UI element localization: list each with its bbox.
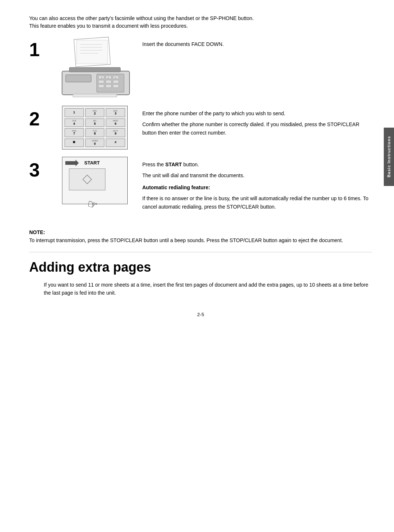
keypad-key: DEF3 [106, 108, 125, 117]
svg-rect-1 [77, 40, 108, 64]
svg-rect-16 [98, 85, 104, 88]
page: Basic Instructions You can also access t… [0, 0, 394, 339]
svg-rect-14 [106, 80, 111, 83]
svg-rect-15 [113, 80, 119, 83]
start-btn-area [69, 168, 105, 190]
adding-pages-title: Adding extra pages [29, 260, 372, 275]
keypad-key: OPER0 [85, 139, 105, 147]
step-2-row: 2 1ABC2DEF3GHI4JKL5MNO6PRS7TUV8WXY9✱OPER… [29, 106, 372, 149]
step-2-left: 2 1ABC2DEF3GHI4JKL5MNO6PRS7TUV8WXY9✱OPER… [29, 106, 142, 149]
keypad-row: PRS7TUV8WXY9 [65, 128, 125, 137]
intro-line1: You can also access the other party's fa… [29, 15, 372, 22]
intro-section: You can also access the other party's fa… [29, 15, 372, 30]
step-3-image: START ☞ [51, 157, 139, 204]
start-label-row: START [65, 160, 100, 166]
keypad-key: JKL5 [85, 119, 105, 127]
svg-rect-22 [73, 94, 117, 97]
keypad-key: ABC2 [85, 108, 105, 117]
keypad-key: WXY9 [106, 128, 125, 137]
step-1-image: 1 2 3 [51, 36, 139, 98]
sidebar-tab-label: Basic Instructions [387, 136, 391, 177]
page-number: 2-5 [29, 312, 372, 317]
fax-machine-illustration: 1 2 3 [55, 36, 135, 98]
step-1-number: 1 [29, 40, 51, 59]
hand-pointer-icon: ☞ [86, 197, 100, 213]
adding-pages-text: If you want to send 11 or more sheets at… [44, 281, 372, 297]
step-1-text: Insert the documents FACE DOWN. [142, 36, 372, 51]
svg-rect-7 [69, 67, 120, 72]
step-3-row: 3 START [29, 157, 372, 214]
step-3-instruction1: Press the START button. [142, 160, 372, 168]
section-divider [29, 252, 372, 252]
svg-text:1: 1 [101, 77, 102, 79]
keypad-key: MNO6 [106, 119, 125, 127]
step-1-left: 1 [29, 36, 142, 98]
svg-text:2: 2 [108, 77, 109, 79]
auto-redial-title: Automatic redialing feature: [142, 183, 372, 191]
keypad-key: ✱ [65, 139, 84, 147]
step-2-number: 2 [29, 109, 51, 128]
keypad-key: PRS7 [65, 128, 84, 137]
step-3-number: 3 [29, 160, 51, 179]
step-2-text: Enter the phone number of the party to w… [142, 106, 372, 140]
step-3-instruction2: The unit will dial and transmit the docu… [142, 171, 372, 179]
diamond-icon [82, 175, 92, 184]
start-button-illustration: START ☞ [62, 157, 128, 204]
intro-line2: This feature enables you to transmit a d… [29, 22, 372, 30]
svg-rect-13 [98, 80, 104, 83]
keypad-illustration: 1ABC2DEF3GHI4JKL5MNO6PRS7TUV8WXY9✱OPER0# [62, 106, 128, 149]
note-title: NOTE: [29, 228, 372, 236]
keypad-key: TUV8 [85, 128, 105, 137]
keypad-key: 1 [65, 108, 84, 117]
start-text: START [84, 160, 100, 166]
svg-rect-18 [113, 85, 119, 88]
keypad-row: ✱OPER0# [65, 139, 125, 147]
keypad-row: GHI4JKL5MNO6 [65, 119, 125, 127]
start-bold: START [165, 162, 182, 167]
keypad-row: 1ABC2DEF3 [65, 108, 125, 117]
step-2-instruction2: Confirm whether the phone number is corr… [142, 120, 372, 137]
sidebar-tab: Basic Instructions [384, 128, 394, 186]
svg-text:3: 3 [115, 77, 116, 79]
steps-container: 1 [29, 36, 372, 221]
auto-redial-section: Automatic redialing feature: If there is… [142, 183, 372, 211]
keypad-key: # [106, 139, 125, 147]
svg-rect-17 [106, 85, 111, 88]
svg-rect-8 [66, 75, 91, 82]
auto-redial-text: If there is no answer or the line is bus… [142, 194, 372, 211]
step-1-row: 1 [29, 36, 372, 98]
step-3-text: Press the START button. The unit will di… [142, 157, 372, 214]
note-text: To interrupt transmission, press the STO… [29, 236, 372, 244]
keypad-key: GHI4 [65, 119, 84, 127]
step-1-instruction: Insert the documents FACE DOWN. [142, 40, 372, 48]
note-section: NOTE: To interrupt transmission, press t… [29, 228, 372, 245]
step-2-instruction1: Enter the phone number of the party to w… [142, 109, 372, 117]
step-3-left: 3 START [29, 157, 142, 204]
step-2-image: 1ABC2DEF3GHI4JKL5MNO6PRS7TUV8WXY9✱OPER0# [51, 106, 139, 149]
